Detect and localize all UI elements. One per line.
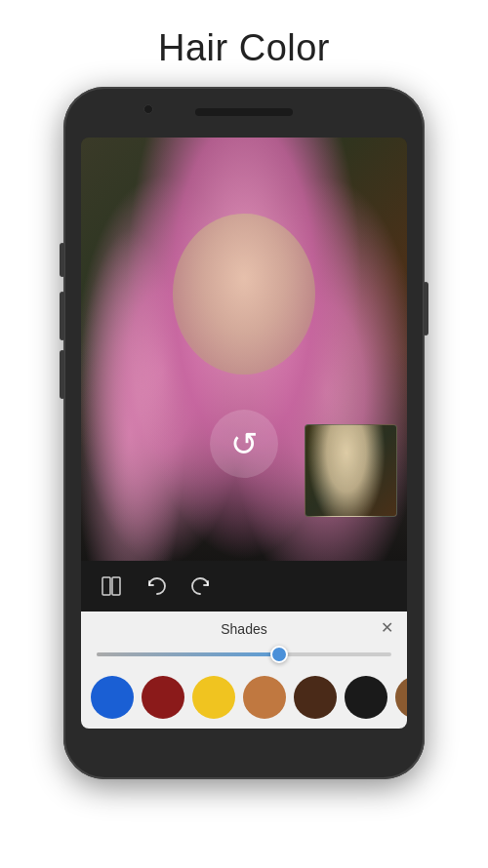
overlay-undo-symbol: ↺ [230, 424, 258, 463]
slider-thumb[interactable] [270, 646, 288, 663]
thumbnail-preview [305, 424, 397, 517]
side-button-left-3 [60, 350, 64, 399]
shades-header: Shades ✕ [81, 612, 407, 643]
side-button-right [424, 282, 428, 335]
color-swatch-blue[interactable] [91, 676, 134, 719]
phone-screen: ↺ [81, 138, 407, 729]
slider-fill [97, 652, 279, 656]
color-swatch-yellow[interactable] [192, 676, 235, 719]
svg-rect-0 [102, 577, 110, 595]
shades-close-button[interactable]: ✕ [381, 618, 393, 637]
undo-button[interactable] [145, 575, 167, 597]
color-swatch-dark-brown[interactable] [294, 676, 337, 719]
phone-device: ↺ [63, 87, 425, 779]
face-overlay [173, 214, 316, 375]
color-swatches-row [81, 670, 407, 729]
phone-camera [143, 104, 153, 114]
redo-button[interactable] [190, 575, 212, 597]
photo-area: ↺ [81, 138, 407, 561]
color-swatch-copper[interactable] [243, 676, 286, 719]
side-button-left-1 [60, 243, 64, 277]
page-title: Hair Color [158, 27, 330, 69]
overlay-undo-icon[interactable]: ↺ [210, 410, 278, 478]
svg-rect-1 [112, 577, 120, 595]
phone-speaker [195, 108, 293, 116]
side-button-left-2 [60, 292, 64, 340]
shades-panel: Shades ✕ [81, 612, 407, 729]
split-view-button[interactable] [101, 575, 122, 597]
color-swatch-dark-red[interactable] [142, 676, 184, 719]
color-swatch-black[interactable] [345, 676, 387, 719]
toolbar [81, 561, 407, 612]
shades-title: Shades [221, 621, 266, 637]
color-swatch-medium-brown[interactable] [395, 676, 407, 719]
slider-track[interactable] [97, 652, 391, 656]
shades-slider-container [81, 643, 407, 670]
